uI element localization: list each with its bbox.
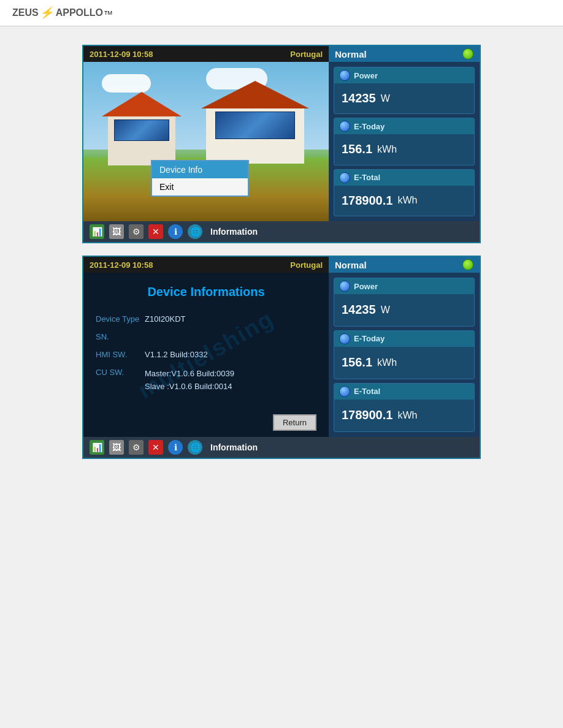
panel-1: 2011-12-09 10:58 Portugal Normal <box>82 45 481 243</box>
panel-2-etotal-value: 178900.1 <box>342 408 393 422</box>
panel-1-status-bar: Normal <box>329 46 480 62</box>
panel-2-etotal-unit: kWh <box>397 410 417 421</box>
panel-2-stats: Power 14235 W E-Today 156.1 kWh <box>329 273 480 437</box>
panel-2-toolbar-icon-info[interactable]: ℹ <box>168 440 183 455</box>
panel-2-etotal-header: E-Total <box>334 384 474 400</box>
house-2-roof <box>201 81 309 108</box>
return-btn-row: Return <box>83 408 329 437</box>
panel-2-toolbar-label: Information <box>210 442 258 452</box>
device-info-panel: multielshing Device Informations Device … <box>83 273 329 437</box>
context-menu-exit[interactable]: Exit <box>152 178 248 195</box>
panel-2-status-label: Normal <box>335 260 367 270</box>
device-info-table: Device Type Z10I20KDT SN. HMI SW. V1.1.2… <box>83 308 329 408</box>
panel-1-etotal-value-row: 178900.1 kWh <box>334 186 474 216</box>
cu-sw-slave: Slave :V1.0.6 Build:0014 <box>145 382 232 391</box>
toolbar-icon-world[interactable]: 🌐 <box>188 224 202 239</box>
panel-2-toolbar: 📊 🖼 ⚙ ✕ ℹ 🌐 Information <box>83 437 329 458</box>
panel-1-etoday-header: E-Today <box>334 118 474 134</box>
cu-sw-master: Master:V1.0.6 Build:0039 <box>145 369 234 378</box>
panel-2-toolbar-right <box>329 437 480 458</box>
panel-2-toolbar-icon-photo[interactable]: 🖼 <box>109 440 124 455</box>
panel-2-etotal-card: E-Total 178900.1 kWh <box>334 383 475 432</box>
cu-sw-key: CU SW. <box>96 368 145 377</box>
toolbar-icon-info[interactable]: ℹ <box>168 224 183 239</box>
toolbar-icon-chart[interactable]: 📊 <box>90 224 104 239</box>
panel-2-etoday-header: E-Today <box>334 331 474 347</box>
house-2-solar-panel <box>215 112 295 139</box>
panel-1-body: Device Info Exit Power 14235 W <box>83 62 480 221</box>
panel-1-power-label: Power <box>354 71 378 80</box>
panel-2-toolbar-icon-chart[interactable]: 📊 <box>90 440 104 455</box>
panel-1-power-value-row: 14235 W <box>334 83 474 113</box>
panel-1-topbar-container: 2011-12-09 10:58 Portugal Normal <box>83 46 480 62</box>
panel-1-power-icon <box>339 70 350 81</box>
toolbar-icon-close[interactable]: ✕ <box>148 224 163 239</box>
sn-key: SN. <box>96 332 145 341</box>
panel-1-image-area: Device Info Exit <box>83 62 329 221</box>
panel-1-power-card: Power 14235 W <box>334 67 475 114</box>
panel-2-etotal-icon <box>339 386 350 397</box>
panel-2-body: multielshing Device Informations Device … <box>83 273 480 437</box>
panel-1-etoday-card: E-Today 156.1 kWh <box>334 118 475 165</box>
panel-2-etoday-unit: kWh <box>377 357 397 368</box>
panel-2-toolbar-container: 📊 🖼 ⚙ ✕ ℹ 🌐 Information <box>83 437 480 458</box>
panel-2-location: Portugal <box>290 260 323 270</box>
panel-1-etotal-unit: kWh <box>397 195 417 206</box>
panel-2-power-value: 14235 <box>342 303 376 317</box>
panel-2-etotal-value-row: 178900.1 kWh <box>334 400 474 431</box>
logo-appollo-text: APPOLLO <box>56 7 103 18</box>
sn-row: SN. <box>96 332 316 341</box>
logo-tm-text: TM <box>104 10 112 16</box>
cu-sw-val: Master:V1.0.6 Build:0039 Slave :V1.0.6 B… <box>145 368 234 393</box>
panel-2-toolbar-icon-world[interactable]: 🌐 <box>188 440 202 455</box>
panel-2-etoday-value-row: 156.1 kWh <box>334 347 474 379</box>
hmi-sw-row: HMI SW. V1.1.2 Build:0332 <box>96 350 316 359</box>
toolbar-icon-gear[interactable]: ⚙ <box>129 224 144 239</box>
house-1-solar-panel <box>114 119 169 141</box>
panel-1-power-value: 14235 <box>342 91 376 105</box>
device-type-val: Z10I20KDT <box>145 314 185 324</box>
context-menu-device-info[interactable]: Device Info <box>152 161 248 178</box>
panel-2-etotal-label: E-Total <box>354 387 380 396</box>
panel-1-toolbar: 📊 🖼 ⚙ ✕ ℹ 🌐 Information <box>83 221 329 242</box>
house-1 <box>108 116 175 165</box>
logo-bolt-icon: ⚡ <box>39 6 55 20</box>
panel-2-power-icon <box>339 281 350 292</box>
logo: ZEUS ⚡ APPOLLO TM <box>12 6 112 20</box>
panel-1-topbar-left: 2011-12-09 10:58 Portugal <box>83 46 329 62</box>
toolbar-icon-photo[interactable]: 🖼 <box>109 224 124 239</box>
panel-2-topbar-left: 2011-12-09 10:58 Portugal <box>83 257 329 273</box>
hmi-sw-key: HMI SW. <box>96 350 145 359</box>
panel-2-power-label: Power <box>354 282 378 291</box>
device-info-title: Device Informations <box>83 273 329 308</box>
panel-2-power-header: Power <box>334 278 474 294</box>
panel-2-toolbar-icon-close[interactable]: ✕ <box>148 440 163 455</box>
panel-1-datetime: 2011-12-09 10:58 <box>90 50 153 59</box>
panel-2-etoday-icon <box>339 333 350 344</box>
panel-1-etotal-card: E-Total 178900.1 kWh <box>334 169 475 216</box>
house-1-roof <box>102 92 182 116</box>
logo-zeus-text: ZEUS <box>12 7 39 18</box>
return-button[interactable]: Return <box>273 414 316 431</box>
panel-2-toolbar-icon-gear[interactable]: ⚙ <box>129 440 144 455</box>
header: ZEUS ⚡ APPOLLO TM <box>0 0 563 26</box>
panel-1-etoday-value-row: 156.1 kWh <box>334 134 474 164</box>
panel-1-power-header: Power <box>334 67 474 83</box>
panel-1-etoday-icon <box>339 121 350 132</box>
panel-2-etoday-value: 156.1 <box>342 355 372 370</box>
panel-2-etoday-card: E-Today 156.1 kWh <box>334 330 475 379</box>
panel-1-toolbar-right <box>329 221 480 242</box>
panel-1-toolbar-label: Information <box>210 227 258 237</box>
context-menu: Device Info Exit <box>151 160 249 197</box>
main-content: 2011-12-09 10:58 Portugal Normal <box>0 26 563 477</box>
panel-2-topbar-container: 2011-12-09 10:58 Portugal Normal <box>83 257 480 273</box>
panel-1-toolbar-container: 📊 🖼 ⚙ ✕ ℹ 🌐 Information <box>83 221 480 242</box>
hmi-sw-val: V1.1.2 Build:0332 <box>145 350 208 359</box>
solar-house-image <box>83 62 329 221</box>
panel-1-etotal-icon <box>339 172 350 183</box>
panel-1-etoday-unit: kWh <box>377 144 397 155</box>
device-type-row: Device Type Z10I20KDT <box>96 314 316 324</box>
panel-2-etoday-label: E-Today <box>354 334 385 343</box>
cu-sw-row: CU SW. Master:V1.0.6 Build:0039 Slave :V… <box>96 368 316 393</box>
panel-2-status-dot <box>462 259 473 270</box>
